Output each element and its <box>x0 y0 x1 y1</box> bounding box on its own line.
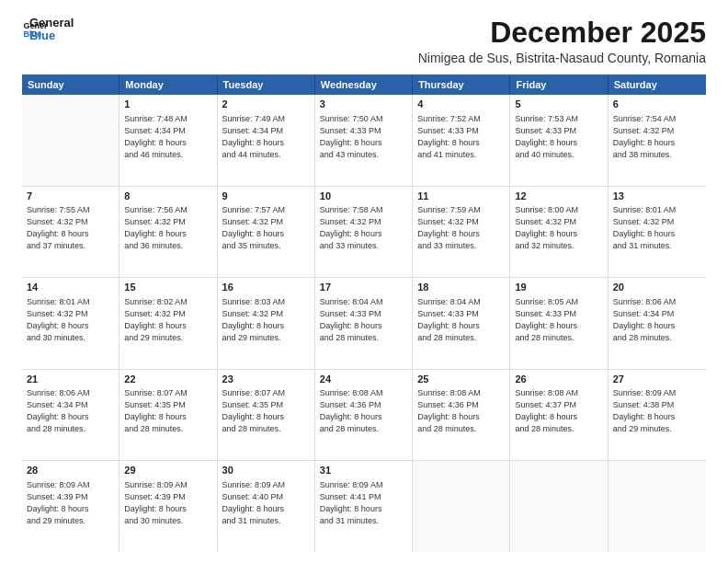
cell-text: Sunrise: 7:58 AM Sunset: 4:32 PM Dayligh… <box>320 204 407 252</box>
header: General Blue General Blue December 2025 … <box>22 17 706 65</box>
day-number: 21 <box>27 373 114 386</box>
day-number: 1 <box>124 98 211 111</box>
cal-cell: 18Sunrise: 8:04 AM Sunset: 4:33 PM Dayli… <box>413 278 510 369</box>
day-number: 11 <box>417 190 505 203</box>
cell-text: Sunrise: 8:08 AM Sunset: 4:37 PM Dayligh… <box>515 387 602 435</box>
cal-cell: 29Sunrise: 8:09 AM Sunset: 4:39 PM Dayli… <box>119 461 217 552</box>
day-number: 10 <box>320 190 407 203</box>
cal-week-row: 1Sunrise: 7:48 AM Sunset: 4:34 PM Daylig… <box>22 95 706 187</box>
day-number: 13 <box>613 190 701 203</box>
subtitle: Nimigea de Sus, Bistrita-Nasaud County, … <box>418 51 706 65</box>
cal-cell: 20Sunrise: 8:06 AM Sunset: 4:34 PM Dayli… <box>609 278 706 369</box>
day-number: 12 <box>515 190 602 203</box>
cal-cell: 11Sunrise: 7:59 AM Sunset: 4:32 PM Dayli… <box>413 187 510 278</box>
cal-cell: 25Sunrise: 8:08 AM Sunset: 4:36 PM Dayli… <box>413 370 510 461</box>
cal-cell: 3Sunrise: 7:50 AM Sunset: 4:33 PM Daylig… <box>315 95 413 186</box>
cell-text: Sunrise: 7:59 AM Sunset: 4:32 PM Dayligh… <box>417 204 505 252</box>
cal-cell: 15Sunrise: 8:02 AM Sunset: 4:32 PM Dayli… <box>119 278 217 369</box>
cal-header-cell: Tuesday <box>218 75 315 95</box>
cell-text: Sunrise: 8:09 AM Sunset: 4:39 PM Dayligh… <box>124 479 211 527</box>
cal-cell: 28Sunrise: 8:09 AM Sunset: 4:39 PM Dayli… <box>22 461 119 552</box>
day-number: 7 <box>27 190 114 203</box>
cell-text: Sunrise: 8:02 AM Sunset: 4:32 PM Dayligh… <box>124 296 211 344</box>
cal-cell <box>22 95 119 186</box>
day-number: 19 <box>515 281 602 294</box>
day-number: 23 <box>222 373 310 386</box>
cal-cell: 24Sunrise: 8:08 AM Sunset: 4:36 PM Dayli… <box>315 370 413 461</box>
cal-cell: 10Sunrise: 7:58 AM Sunset: 4:32 PM Dayli… <box>315 187 413 278</box>
cal-header-cell: Saturday <box>609 75 706 95</box>
cal-cell: 23Sunrise: 8:07 AM Sunset: 4:35 PM Dayli… <box>218 370 315 461</box>
cal-cell: 27Sunrise: 8:09 AM Sunset: 4:38 PM Dayli… <box>609 370 706 461</box>
day-number: 2 <box>222 98 310 111</box>
cell-text: Sunrise: 8:06 AM Sunset: 4:34 PM Dayligh… <box>613 296 701 344</box>
cal-cell: 31Sunrise: 8:09 AM Sunset: 4:41 PM Dayli… <box>315 461 413 552</box>
cal-cell: 8Sunrise: 7:56 AM Sunset: 4:32 PM Daylig… <box>119 187 217 278</box>
cal-week-row: 14Sunrise: 8:01 AM Sunset: 4:32 PM Dayli… <box>22 278 706 370</box>
cell-text: Sunrise: 8:09 AM Sunset: 4:39 PM Dayligh… <box>27 479 114 527</box>
cell-text: Sunrise: 8:08 AM Sunset: 4:36 PM Dayligh… <box>320 387 407 435</box>
title-section: December 2025 Nimigea de Sus, Bistrita-N… <box>418 17 706 65</box>
logo: General Blue General Blue <box>22 17 74 43</box>
cal-cell: 12Sunrise: 8:00 AM Sunset: 4:32 PM Dayli… <box>510 187 608 278</box>
page: General Blue General Blue December 2025 … <box>0 0 728 563</box>
day-number: 9 <box>222 190 310 203</box>
day-number: 22 <box>124 373 211 386</box>
cal-cell <box>413 461 510 552</box>
cal-cell: 9Sunrise: 7:57 AM Sunset: 4:32 PM Daylig… <box>218 187 315 278</box>
cal-cell: 30Sunrise: 8:09 AM Sunset: 4:40 PM Dayli… <box>218 461 315 552</box>
cell-text: Sunrise: 7:52 AM Sunset: 4:33 PM Dayligh… <box>417 113 505 161</box>
cell-text: Sunrise: 8:04 AM Sunset: 4:33 PM Dayligh… <box>417 296 505 344</box>
cal-cell: 16Sunrise: 8:03 AM Sunset: 4:32 PM Dayli… <box>218 278 315 369</box>
cell-text: Sunrise: 8:08 AM Sunset: 4:36 PM Dayligh… <box>417 387 505 435</box>
day-number: 17 <box>320 281 407 294</box>
day-number: 14 <box>27 281 114 294</box>
cell-text: Sunrise: 7:48 AM Sunset: 4:34 PM Dayligh… <box>124 113 211 161</box>
cell-text: Sunrise: 8:04 AM Sunset: 4:33 PM Dayligh… <box>320 296 407 344</box>
day-number: 4 <box>417 98 505 111</box>
cal-cell: 17Sunrise: 8:04 AM Sunset: 4:33 PM Dayli… <box>315 278 413 369</box>
cal-cell: 4Sunrise: 7:52 AM Sunset: 4:33 PM Daylig… <box>413 95 510 186</box>
day-number: 24 <box>320 373 407 386</box>
cal-cell: 13Sunrise: 8:01 AM Sunset: 4:32 PM Dayli… <box>609 187 706 278</box>
cell-text: Sunrise: 7:49 AM Sunset: 4:34 PM Dayligh… <box>222 113 310 161</box>
cal-cell: 14Sunrise: 8:01 AM Sunset: 4:32 PM Dayli… <box>22 278 119 369</box>
day-number: 18 <box>417 281 505 294</box>
cell-text: Sunrise: 7:54 AM Sunset: 4:32 PM Dayligh… <box>613 113 701 161</box>
cell-text: Sunrise: 8:00 AM Sunset: 4:32 PM Dayligh… <box>515 204 602 252</box>
cal-cell: 7Sunrise: 7:55 AM Sunset: 4:32 PM Daylig… <box>22 187 119 278</box>
day-number: 20 <box>613 281 701 294</box>
cal-cell: 26Sunrise: 8:08 AM Sunset: 4:37 PM Dayli… <box>510 370 608 461</box>
cell-text: Sunrise: 7:57 AM Sunset: 4:32 PM Dayligh… <box>222 204 310 252</box>
cell-text: Sunrise: 8:09 AM Sunset: 4:41 PM Dayligh… <box>320 479 407 527</box>
logo-line2: Blue <box>29 29 74 42</box>
day-number: 26 <box>515 373 602 386</box>
cal-header-cell: Friday <box>510 75 608 95</box>
cal-header-cell: Monday <box>119 75 217 95</box>
day-number: 16 <box>222 281 310 294</box>
cal-cell: 19Sunrise: 8:05 AM Sunset: 4:33 PM Dayli… <box>510 278 608 369</box>
cell-text: Sunrise: 8:05 AM Sunset: 4:33 PM Dayligh… <box>515 296 602 344</box>
day-number: 30 <box>222 464 310 477</box>
day-number: 5 <box>515 98 602 111</box>
cal-cell <box>609 461 706 552</box>
calendar: SundayMondayTuesdayWednesdayThursdayFrid… <box>22 75 706 552</box>
day-number: 15 <box>124 281 211 294</box>
cell-text: Sunrise: 8:07 AM Sunset: 4:35 PM Dayligh… <box>124 387 211 435</box>
cell-text: Sunrise: 8:01 AM Sunset: 4:32 PM Dayligh… <box>27 296 114 344</box>
cal-header-cell: Wednesday <box>315 75 413 95</box>
cell-text: Sunrise: 8:06 AM Sunset: 4:34 PM Dayligh… <box>27 387 114 435</box>
cal-header-cell: Sunday <box>22 75 119 95</box>
cal-cell: 2Sunrise: 7:49 AM Sunset: 4:34 PM Daylig… <box>218 95 315 186</box>
cell-text: Sunrise: 7:50 AM Sunset: 4:33 PM Dayligh… <box>320 113 407 161</box>
day-number: 31 <box>320 464 407 477</box>
cell-text: Sunrise: 7:55 AM Sunset: 4:32 PM Dayligh… <box>27 204 114 252</box>
main-title: December 2025 <box>418 17 706 49</box>
day-number: 8 <box>124 190 211 203</box>
day-number: 3 <box>320 98 407 111</box>
cal-cell: 21Sunrise: 8:06 AM Sunset: 4:34 PM Dayli… <box>22 370 119 461</box>
cal-header-cell: Thursday <box>413 75 510 95</box>
cal-week-row: 7Sunrise: 7:55 AM Sunset: 4:32 PM Daylig… <box>22 187 706 279</box>
cal-week-row: 28Sunrise: 8:09 AM Sunset: 4:39 PM Dayli… <box>22 461 706 552</box>
day-number: 29 <box>124 464 211 477</box>
